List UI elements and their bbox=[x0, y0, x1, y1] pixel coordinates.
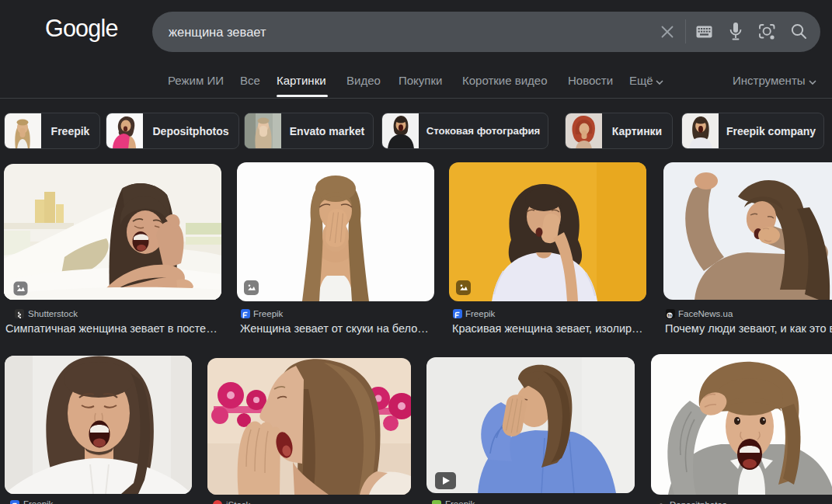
svg-text:fn: fn bbox=[668, 313, 673, 318]
